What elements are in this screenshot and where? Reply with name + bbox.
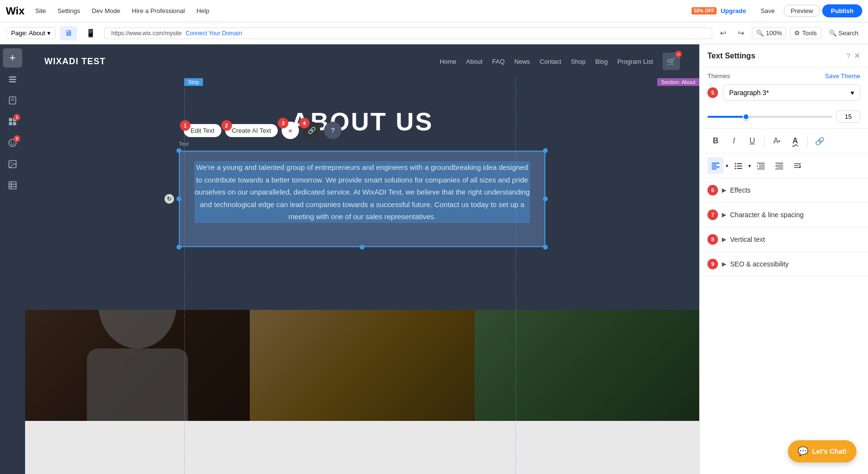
help-button[interactable]: ? — [324, 122, 341, 139]
list-button[interactable] — [730, 157, 746, 174]
align-left-button[interactable] — [707, 157, 724, 174]
settings-menu[interactable]: Settings — [53, 5, 85, 16]
outdent-button[interactable] — [771, 157, 787, 174]
font-size-row — [700, 107, 868, 128]
sidebar-social-icon[interactable]: 2 — [3, 133, 22, 153]
dev-mode-menu[interactable]: Dev Mode — [87, 5, 125, 16]
svg-rect-1 — [9, 79, 16, 80]
help-menu[interactable]: Help — [191, 5, 214, 16]
svg-point-11 — [11, 141, 12, 142]
resize-handle-bottom[interactable] — [360, 245, 365, 250]
upgrade-link[interactable]: Upgrade — [720, 7, 746, 14]
themes-label: Themes — [707, 72, 730, 80]
effects-header[interactable]: 6 ▶ Effects — [700, 178, 868, 202]
create-ai-text-button[interactable]: Create AI Text — [225, 124, 278, 137]
step-4-badge: 4 — [299, 118, 310, 128]
nav-news[interactable]: News — [515, 58, 530, 65]
connect-domain-link[interactable]: Connect Your Domain — [186, 30, 242, 37]
underline-button[interactable]: U — [744, 133, 760, 149]
text-direction-button[interactable] — [789, 157, 806, 174]
indent-button[interactable] — [753, 157, 769, 174]
undo-button[interactable]: ↩ — [716, 27, 730, 40]
text-element[interactable]: We're a young and talented group of entr… — [179, 151, 545, 247]
nav-contact[interactable]: Contact — [540, 58, 561, 65]
seo-section: 9 ▶ SEO & accessibility — [700, 252, 868, 277]
preview-button[interactable]: Preview — [784, 5, 820, 17]
element-label: Text — [179, 141, 189, 147]
effects-expand-arrow: ▶ — [722, 187, 726, 194]
slider-thumb[interactable] — [743, 113, 749, 120]
nav-shop[interactable]: Shop — [571, 58, 585, 65]
step-8-badge: 8 — [707, 234, 718, 245]
svg-rect-23 — [712, 167, 719, 167]
character-spacing-label: Character & line spacing — [730, 211, 860, 219]
publish-button[interactable]: Publish — [822, 4, 862, 17]
search-button[interactable]: 🔍 Search — [825, 28, 862, 39]
effects-section: 6 ▶ Effects — [700, 178, 868, 203]
nav-faq[interactable]: FAQ — [492, 58, 505, 65]
page-selector[interactable]: Page: About ▾ — [6, 27, 56, 39]
svg-point-29 — [735, 168, 736, 169]
resize-handle-left[interactable] — [176, 196, 181, 201]
align-dropdown-arrow[interactable]: ▾ — [726, 163, 728, 168]
desktop-device-button[interactable]: 🖥 — [60, 26, 77, 41]
font-size-slider[interactable] — [707, 116, 832, 118]
paragraph-value: Paragraph 3* — [729, 89, 769, 97]
sidebar-media-icon[interactable] — [3, 154, 22, 174]
site-header: WIXADI TEST Home About FAQ News Contact … — [25, 44, 699, 78]
step-2-badge: 2 — [221, 120, 232, 131]
left-sidebar: + 1 2 — [0, 44, 25, 474]
sidebar-add-button[interactable]: + — [3, 48, 22, 68]
nav-home[interactable]: Home — [440, 58, 457, 65]
bar-actions: ↩ ↪ 🔍 100% ⚙ Tools 🔍 Search — [716, 27, 862, 40]
svg-rect-24 — [712, 168, 717, 169]
step-3-badge: 3 — [278, 118, 288, 128]
resize-handle-br[interactable] — [543, 245, 548, 250]
svg-rect-8 — [9, 122, 13, 125]
text-element-wrapper[interactable]: 1 Edit Text 2 Create AI Text 3 « 4 — [179, 151, 545, 247]
link-format-button[interactable]: 🔗 — [812, 133, 828, 149]
photo-1 — [25, 310, 250, 421]
resize-handle-right[interactable] — [543, 196, 548, 201]
save-theme-button[interactable]: Save Theme — [825, 72, 860, 80]
mobile-device-button[interactable]: 📱 — [81, 26, 100, 41]
italic-button[interactable]: I — [726, 133, 742, 149]
seo-header[interactable]: 9 ▶ SEO & accessibility — [700, 252, 868, 276]
zoom-indicator[interactable]: 🔍 100% — [752, 27, 786, 39]
site-menu[interactable]: Site — [30, 5, 51, 16]
hire-professional-menu[interactable]: Hire a Professional — [127, 5, 190, 16]
font-size-input[interactable] — [836, 111, 860, 123]
list-dropdown-arrow[interactable]: ▾ — [748, 163, 751, 168]
panel-header-actions: ? ✕ — [846, 51, 860, 60]
character-spacing-expand-arrow: ▶ — [722, 211, 726, 218]
resize-handle-tl[interactable] — [176, 148, 181, 153]
panel-close-icon[interactable]: ✕ — [854, 51, 860, 60]
sidebar-layers-icon[interactable] — [3, 70, 22, 89]
panel-help-icon[interactable]: ? — [846, 52, 850, 60]
bold-button[interactable]: B — [707, 133, 724, 149]
paragraph-dropdown[interactable]: Paragraph 3* ▾ — [723, 84, 860, 101]
format-separator-2 — [807, 135, 808, 147]
character-spacing-header[interactable]: 7 ▶ Character & line spacing — [700, 203, 868, 227]
chat-icon: 💬 — [798, 446, 808, 457]
tools-button[interactable]: ⚙ Tools — [790, 27, 821, 39]
save-button[interactable]: Save — [754, 5, 782, 16]
resize-handle-tr[interactable] — [543, 148, 548, 153]
cart-icon[interactable]: 🛒 0 — [663, 53, 680, 70]
text-content: We're a young and talented group of entr… — [194, 161, 530, 223]
resize-handle-bl[interactable] — [176, 245, 181, 250]
nav-about[interactable]: About — [466, 58, 483, 65]
font-color-button[interactable]: A▾ — [769, 133, 785, 149]
sidebar-apps-icon[interactable]: 1 — [3, 112, 22, 131]
about-section: ABOUT US 1 Edit Text 2 Create AI Text — [25, 78, 699, 310]
sidebar-blocks-icon[interactable] — [3, 176, 22, 195]
chat-button[interactable]: 💬 Let's Chat! — [788, 440, 856, 462]
rotate-handle[interactable]: ↻ — [164, 194, 174, 204]
redo-button[interactable]: ↪ — [734, 27, 748, 40]
nav-program-list[interactable]: Program List — [617, 58, 653, 65]
vertical-text-header[interactable]: 8 ▶ Vertical text — [700, 227, 868, 251]
font-highlight-button[interactable]: A — [787, 133, 803, 149]
sidebar-page-icon[interactable] — [3, 91, 22, 110]
site-logo: WIXADI TEST — [44, 56, 106, 67]
nav-blog[interactable]: Blog — [595, 58, 608, 65]
